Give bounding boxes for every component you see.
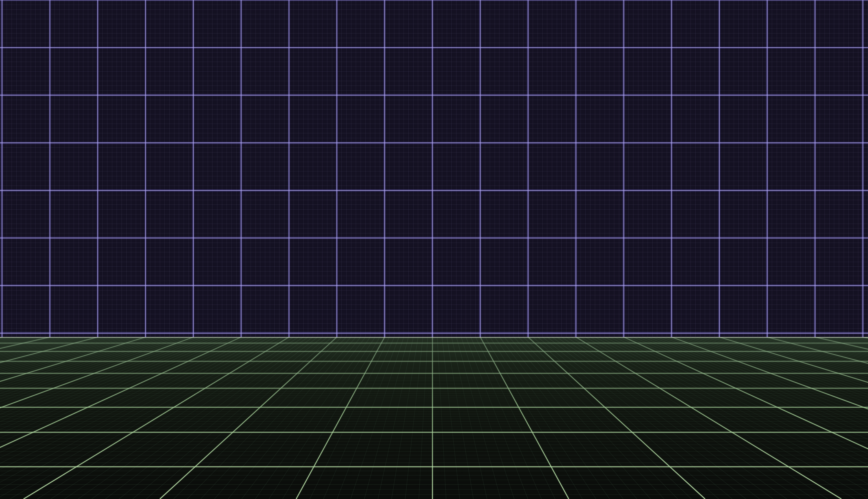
wall-grid-panel: [0, 0, 868, 337]
grid-room-scene: [0, 0, 868, 499]
floor-plane: [0, 337, 868, 499]
floor-grid: [0, 337, 868, 499]
